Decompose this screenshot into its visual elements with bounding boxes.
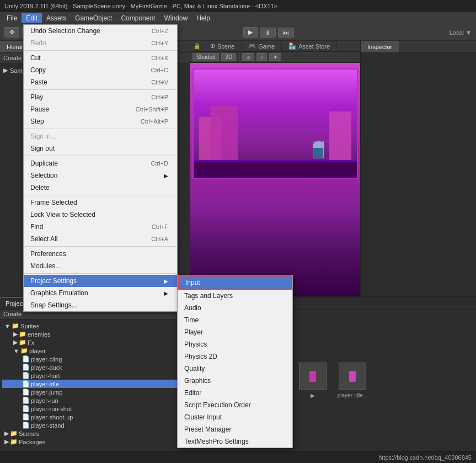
find-shortcut: Ctrl+F: [152, 223, 168, 230]
tree-player-stand[interactable]: 📄 player-stand: [2, 421, 188, 429]
play-button[interactable]: ▶: [243, 27, 258, 38]
tree-scenes[interactable]: ▶ 📁 Scenes: [2, 429, 188, 438]
menu-selection[interactable]: Selection ▶: [24, 169, 177, 182]
menu-assets[interactable]: Assets: [42, 13, 71, 23]
physics-2d-label: Physics 2D: [184, 353, 217, 360]
menu-lock-view[interactable]: Lock View to Selected: [24, 209, 177, 221]
scenes-label: Scenes: [19, 430, 39, 437]
step-button[interactable]: ⏭: [278, 28, 294, 38]
delete-label: Delete: [30, 184, 50, 191]
submenu-preset-manager[interactable]: Preset Manager: [178, 423, 292, 435]
arrow-icon: ▶: [3, 67, 8, 74]
submenu-time[interactable]: Time: [178, 314, 292, 326]
player-shoot-up-label: player-shoot-up: [31, 414, 73, 421]
menu-frame-selected[interactable]: Frame Selected: [24, 196, 177, 209]
submenu-script-execution[interactable]: Script Execution Order: [178, 399, 292, 411]
menu-cut[interactable]: Cut Ctrl+X: [24, 52, 177, 64]
frame-selected-label: Frame Selected: [30, 199, 77, 206]
submenu-editor[interactable]: Editor: [178, 387, 292, 399]
tree-player-hurt[interactable]: 📄 player-hurt: [2, 371, 188, 380]
submenu-physics[interactable]: Physics: [178, 338, 292, 350]
paste-shortcut: Ctrl+V: [151, 79, 168, 86]
menu-modules[interactable]: Modules...: [24, 260, 177, 272]
fx-label: Fx: [28, 339, 34, 346]
menu-copy[interactable]: Copy Ctrl+C: [24, 64, 177, 76]
sep-5: [24, 195, 177, 195]
menu-edit[interactable]: Edit: [22, 13, 42, 23]
menu-step[interactable]: Step Ctrl+Alt+P: [24, 115, 177, 127]
player-sprite: [313, 141, 324, 158]
signout-label: Sign out: [30, 145, 55, 152]
lock-view-label: Lock View to Selected: [30, 211, 95, 219]
menu-redo[interactable]: Redo Ctrl+Y: [24, 37, 177, 49]
submenu-graphics[interactable]: Graphics: [178, 375, 292, 387]
sep-6: [24, 246, 177, 247]
tab-scene[interactable]: ⊕ Scene: [204, 41, 242, 51]
mode-btn[interactable]: 2D: [221, 53, 236, 61]
submenu-cluster-input[interactable]: Cluster Input: [178, 411, 292, 423]
project-settings-submenu: Input Tags and Layers Audio Time Player …: [177, 275, 293, 448]
duplicate-shortcut: Ctrl+D: [151, 160, 168, 167]
tree-player-idle[interactable]: 📄 player-idle: [2, 380, 188, 388]
tree-sprites[interactable]: ▼ 📁 Sprites: [2, 322, 188, 330]
tree-player-run-shot[interactable]: 📄 player-run-shot: [2, 405, 188, 413]
menu-delete[interactable]: Delete: [24, 182, 177, 194]
menu-file[interactable]: File: [2, 13, 22, 23]
menu-gameobject[interactable]: GameObject: [71, 13, 116, 23]
tab-game[interactable]: 🎮 Game: [242, 41, 282, 51]
menu-pause[interactable]: Pause Ctrl+Shift+P: [24, 103, 177, 115]
menu-paste[interactable]: Paste Ctrl+V: [24, 76, 177, 88]
submenu-input[interactable]: Input: [178, 275, 292, 290]
submenu-player[interactable]: Player: [178, 326, 292, 338]
menu-window[interactable]: Window: [159, 13, 192, 23]
create-btn[interactable]: Create: [3, 311, 22, 318]
toolbar-move[interactable]: ✥: [4, 27, 19, 38]
menu-play[interactable]: Play Ctrl+P: [24, 91, 177, 103]
tree-player-run[interactable]: 📄 player-run: [2, 396, 188, 405]
tree-player-cling[interactable]: 📄 player-cling: [2, 355, 188, 363]
sprite-item-2[interactable]: player-idle...: [338, 363, 367, 398]
menu-help[interactable]: Help: [192, 13, 215, 23]
inspector-tab[interactable]: Inspector: [361, 41, 399, 52]
pause-button[interactable]: ⏸: [260, 28, 276, 38]
sprite-item-1[interactable]: ▶: [299, 363, 327, 398]
expand-icon: ▼: [13, 348, 19, 354]
input-label: Input: [185, 279, 200, 286]
menu-component[interactable]: Component: [116, 13, 159, 23]
menu-snap-settings[interactable]: Snap Settings...: [24, 299, 177, 311]
menu-find[interactable]: Find Ctrl+F: [24, 221, 177, 233]
gizmo-btn[interactable]: ≋: [242, 53, 254, 61]
editor-label: Editor: [184, 389, 201, 397]
submenu-physics-2d[interactable]: Physics 2D: [178, 350, 292, 363]
submenu-quality[interactable]: Quality: [178, 363, 292, 375]
menu-select-all[interactable]: Select All Ctrl+A: [24, 233, 177, 245]
effects-btn[interactable]: ✦: [269, 53, 281, 61]
file-icon: 📄: [22, 397, 30, 404]
shading-btn[interactable]: Shaded: [192, 53, 219, 61]
tree-packages[interactable]: ▶ 📁 Packages: [2, 438, 188, 446]
graphics-emulation-label: Graphics Emulation: [30, 289, 88, 297]
menu-duplicate[interactable]: Duplicate Ctrl+D: [24, 157, 177, 169]
menu-preferences[interactable]: Preferences: [24, 248, 177, 260]
tree-player-duck[interactable]: 📄 player-duck: [2, 363, 188, 371]
menu-signout[interactable]: Sign out: [24, 142, 177, 155]
tree-player-jump[interactable]: 📄 player-jump: [2, 388, 188, 396]
menu-signin[interactable]: Sign in...: [24, 130, 177, 142]
tree-player[interactable]: ▼ 📁 player: [2, 347, 188, 355]
time-label: Time: [184, 316, 199, 324]
submenu-textmeshpro[interactable]: TextMeshPro Settings: [178, 435, 292, 448]
tab-icon-scene: ⊕: [210, 42, 215, 50]
menu-graphics-emulation[interactable]: Graphics Emulation ▶: [24, 287, 177, 299]
tree-player-shoot-up[interactable]: 📄 player-shoot-up: [2, 413, 188, 421]
player-cling-label: player-cling: [31, 356, 62, 363]
tab-asset-store[interactable]: 🏪 Asset Store: [282, 41, 337, 51]
tree-enemies[interactable]: ▶ 📁 enemies: [2, 330, 188, 338]
submenu-tags-layers[interactable]: Tags and Layers: [178, 290, 292, 302]
submenu-audio[interactable]: Audio: [178, 302, 292, 314]
tree-fx[interactable]: ▶ 📁 Fx: [2, 338, 188, 347]
menu-project-settings[interactable]: Project Settings ▶ Input Tags and Layers…: [24, 275, 177, 287]
audio-btn[interactable]: ♪: [256, 53, 267, 61]
file-icon: 📄: [22, 372, 30, 379]
menu-undo[interactable]: Undo Selection Change Ctrl+Z: [24, 25, 177, 37]
paste-label: Paste: [30, 78, 47, 86]
